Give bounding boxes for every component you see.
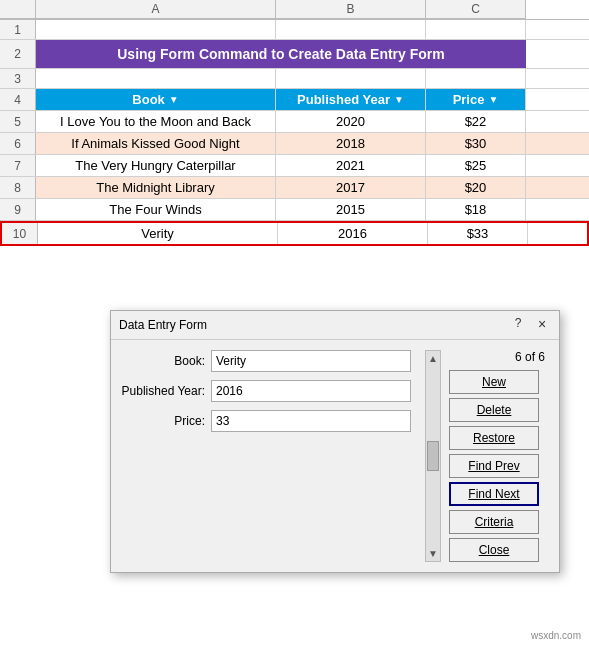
dialog-titlebar: Data Entry Form ? × — [111, 311, 559, 340]
cell-5-year: 2020 — [276, 111, 426, 132]
price-dropdown-icon[interactable]: ▼ — [488, 94, 498, 105]
dialog-counter: 6 of 6 — [449, 350, 549, 364]
row-num-1: 1 — [0, 20, 36, 39]
row-1: 1 — [0, 20, 589, 40]
scroll-thumb[interactable] — [427, 441, 439, 471]
row-num-2: 2 — [0, 40, 36, 68]
scroll-down-arrow[interactable]: ▼ — [428, 548, 438, 559]
field-input-price[interactable] — [211, 410, 411, 432]
row-num-7: 7 — [0, 155, 36, 176]
cell-8-book: The Midnight Library — [36, 177, 276, 198]
row-8: 8 The Midnight Library 2017 $20 — [0, 177, 589, 199]
cell-3-c — [276, 69, 426, 88]
delete-button[interactable]: Delete — [449, 398, 539, 422]
cell-10-book: Verity — [38, 223, 278, 244]
watermark: wsxdn.com — [531, 630, 581, 641]
col-header-row: A B C — [0, 0, 589, 20]
dialog-body: Book: Published Year: Price: ▲ ▼ 6 of 6 … — [111, 340, 559, 572]
cell-10-year: 2016 — [278, 223, 428, 244]
col-header-c: C — [426, 0, 526, 19]
row-num-6: 6 — [0, 133, 36, 154]
corner-cell — [0, 0, 36, 19]
field-label-year: Published Year: — [121, 384, 211, 398]
field-label-price: Price: — [121, 414, 211, 428]
row-num-10: 10 — [2, 223, 38, 244]
dialog-close-button[interactable]: × — [533, 316, 551, 334]
cell-1-d — [426, 20, 526, 39]
col-header-a: A — [36, 0, 276, 19]
dialog-controls: ? × — [509, 316, 551, 334]
row-num-8: 8 — [0, 177, 36, 198]
spreadsheet: A B C 1 2 Using Form Command to Create D… — [0, 0, 589, 246]
scroll-up-arrow[interactable]: ▲ — [428, 353, 438, 364]
cell-1-c — [276, 20, 426, 39]
cell-3-b — [36, 69, 276, 88]
new-button[interactable]: New — [449, 370, 539, 394]
year-dropdown-icon[interactable]: ▼ — [394, 94, 404, 105]
cell-9-book: The Four Winds — [36, 199, 276, 220]
dialog-buttons: 6 of 6 New Delete Restore Find Prev Find… — [449, 350, 549, 562]
find-next-button[interactable]: Find Next — [449, 482, 539, 506]
row-num-3: 3 — [0, 69, 36, 88]
dialog-help-button[interactable]: ? — [509, 316, 527, 334]
cell-3-d — [426, 69, 526, 88]
cell-6-book: If Animals Kissed Good Night — [36, 133, 276, 154]
field-row-book: Book: — [121, 350, 417, 372]
row-10: 10 Verity 2016 $33 — [0, 221, 589, 246]
close-button[interactable]: Close — [449, 538, 539, 562]
cell-5-book: I Love You to the Moon and Back — [36, 111, 276, 132]
cell-7-book: The Very Hungry Caterpillar — [36, 155, 276, 176]
dialog-title: Data Entry Form — [119, 318, 207, 332]
book-dropdown-icon[interactable]: ▼ — [169, 94, 179, 105]
field-row-year: Published Year: — [121, 380, 417, 402]
row-num-5: 5 — [0, 111, 36, 132]
row-num-4: 4 — [0, 89, 36, 110]
data-entry-dialog: Data Entry Form ? × Book: Published Year… — [110, 310, 560, 573]
cell-8-year: 2017 — [276, 177, 426, 198]
row-2: 2 Using Form Command to Create Data Entr… — [0, 40, 589, 69]
cell-8-price: $20 — [426, 177, 526, 198]
cell-6-price: $30 — [426, 133, 526, 154]
header-book[interactable]: Book ▼ — [36, 89, 276, 110]
cell-10-price: $33 — [428, 223, 528, 244]
row-9: 9 The Four Winds 2015 $18 — [0, 199, 589, 221]
field-label-book: Book: — [121, 354, 211, 368]
dialog-fields: Book: Published Year: Price: — [121, 350, 417, 562]
field-input-year[interactable] — [211, 380, 411, 402]
find-prev-button[interactable]: Find Prev — [449, 454, 539, 478]
cell-6-year: 2018 — [276, 133, 426, 154]
row-6: 6 If Animals Kissed Good Night 2018 $30 — [0, 133, 589, 155]
cell-1-b — [36, 20, 276, 39]
row-num-9: 9 — [0, 199, 36, 220]
dialog-scrollbar[interactable]: ▲ ▼ — [425, 350, 441, 562]
cell-7-price: $25 — [426, 155, 526, 176]
cell-9-year: 2015 — [276, 199, 426, 220]
row-5: 5 I Love You to the Moon and Back 2020 $… — [0, 111, 589, 133]
row-7: 7 The Very Hungry Caterpillar 2021 $25 — [0, 155, 589, 177]
field-input-book[interactable] — [211, 350, 411, 372]
field-row-price: Price: — [121, 410, 417, 432]
row-4: 4 Book ▼ Published Year ▼ Price ▼ — [0, 89, 589, 111]
title-cell: Using Form Command to Create Data Entry … — [36, 40, 526, 68]
row-3: 3 — [0, 69, 589, 89]
header-price[interactable]: Price ▼ — [426, 89, 526, 110]
col-header-b: B — [276, 0, 426, 19]
criteria-button[interactable]: Criteria — [449, 510, 539, 534]
header-year[interactable]: Published Year ▼ — [276, 89, 426, 110]
cell-5-price: $22 — [426, 111, 526, 132]
cell-9-price: $18 — [426, 199, 526, 220]
restore-button[interactable]: Restore — [449, 426, 539, 450]
cell-7-year: 2021 — [276, 155, 426, 176]
